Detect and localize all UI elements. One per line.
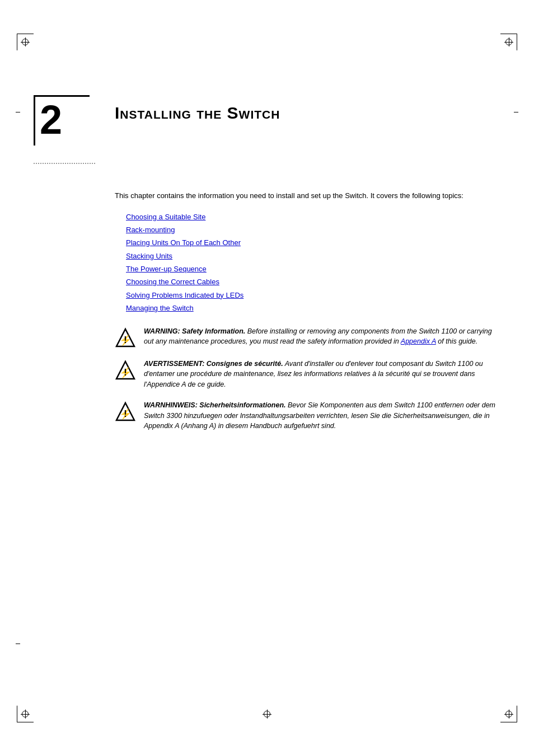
warning-text-1: WARNING: Safety Information. Before inst… (144, 326, 500, 348)
warning-2: ⚡ ! AVERTISSEMENT: Consignes de sécurité… (115, 359, 500, 390)
link-stacking-units[interactable]: Stacking Units (126, 250, 500, 262)
warning-text-3: WARNHINWEIS: Sicherheitsinformationen. B… (144, 400, 500, 431)
content-area: 2 Installing the Switch This chapter con… (34, 67, 500, 689)
warning-link-1[interactable]: Appendix A (401, 337, 436, 345)
link-rack-mounting[interactable]: Rack-mounting (126, 223, 500, 236)
chapter-number: 2 (35, 97, 90, 140)
link-power-up[interactable]: The Power-up Sequence (126, 262, 500, 275)
side-mark-right-top (514, 112, 518, 112)
svg-text:!: ! (124, 335, 127, 345)
reg-mark-tl (21, 37, 30, 46)
intro-paragraph: This chapter contains the information yo… (115, 190, 500, 201)
reg-mark-bm (263, 710, 271, 719)
chapter-box: 2 (34, 95, 101, 157)
link-correct-cables[interactable]: Choosing the Correct Cables (126, 275, 500, 288)
warnings-container: ⚡ ! WARNING: Safety Information. Before … (115, 326, 500, 432)
reg-mark-br (504, 710, 513, 719)
side-mark-left-bottom (16, 644, 20, 644)
svg-text:!: ! (124, 368, 127, 377)
link-solving-problems[interactable]: Solving Problems Indicated by LEDs (126, 289, 500, 302)
warning-icon-1: ⚡ ! (115, 327, 136, 349)
warning-bold-3: WARNHINWEIS: Sicherheitsinformationen. (144, 401, 286, 409)
warning-3: ⚡ ! WARNHINWEIS: Sicherheitsinformatione… (115, 400, 500, 431)
chapter-number-container: 2 (34, 95, 90, 145)
chapter-dots (34, 160, 101, 167)
warning-text-2: AVERTISSEMENT: Consignes de sécurité. Av… (144, 359, 500, 390)
main-content: This chapter contains the information yo… (115, 190, 500, 442)
warning-bold-1: WARNING: Safety Information. (144, 327, 245, 335)
warning-bold-2: AVERTISSEMENT: Consignes de sécurité. (144, 360, 283, 368)
page: 2 Installing the Switch This chapter con… (0, 0, 534, 756)
warning-icon-2: ⚡ ! (115, 360, 136, 381)
warning-1: ⚡ ! WARNING: Safety Information. Before … (115, 326, 500, 349)
link-choosing-site[interactable]: Choosing a Suitable Site (126, 210, 500, 223)
chapter-title: Installing the Switch (115, 104, 500, 123)
dots-decoration (34, 163, 95, 164)
svg-text:!: ! (124, 409, 127, 419)
link-placing-units[interactable]: Placing Units On Top of Each Other (126, 236, 500, 249)
warning-icon-3: ⚡ ! (115, 401, 136, 422)
toc-links: Choosing a Suitable SiteRack-mountingPla… (126, 210, 500, 315)
link-managing-switch[interactable]: Managing the Switch (126, 302, 500, 314)
reg-mark-tr (504, 37, 513, 46)
reg-mark-bl (21, 710, 30, 719)
side-mark-left-top (16, 112, 20, 112)
chapter-title-area: Installing the Switch (115, 104, 500, 123)
